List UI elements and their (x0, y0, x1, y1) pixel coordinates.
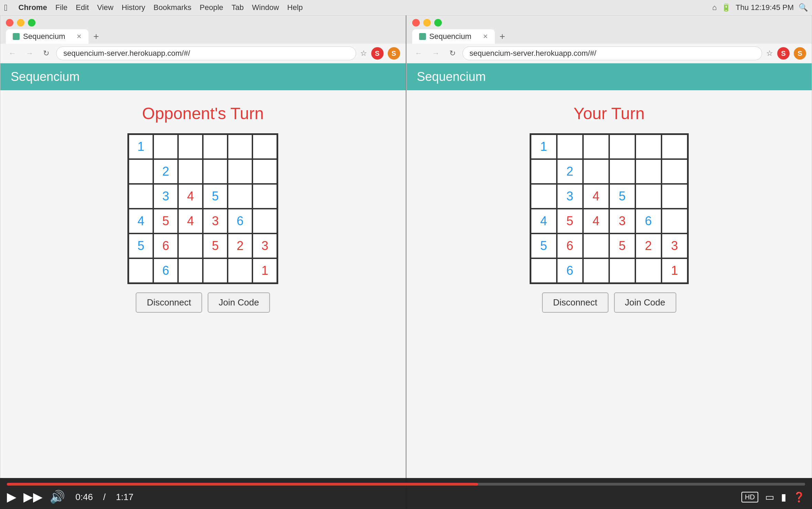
grid-cell[interactable] (531, 184, 557, 209)
right-reload-button[interactable]: ↻ (447, 48, 458, 59)
grid-cell[interactable]: 4 (178, 209, 203, 233)
grid-cell[interactable]: 6 (153, 233, 178, 258)
menu-edit[interactable]: Edit (76, 3, 89, 12)
grid-cell[interactable] (252, 134, 277, 159)
right-forward-button[interactable]: → (429, 48, 443, 59)
right-back-button[interactable]: ← (412, 48, 425, 59)
grid-cell[interactable]: 3 (662, 233, 688, 258)
grid-cell[interactable]: 2 (557, 159, 583, 184)
grid-cell[interactable] (252, 184, 277, 209)
grid-cell[interactable]: 3 (203, 209, 228, 233)
grid-cell[interactable]: 1 (662, 258, 688, 283)
grid-cell[interactable]: 1 (128, 134, 153, 159)
grid-cell[interactable] (252, 209, 277, 233)
grid-cell[interactable]: 5 (531, 233, 557, 258)
left-disconnect-button[interactable]: Disconnect (136, 292, 202, 313)
pip-button[interactable]: ▭ (765, 491, 774, 503)
menu-tab[interactable]: Tab (231, 3, 243, 12)
hd-button[interactable]: HD (741, 492, 758, 502)
left-back-button[interactable]: ← (6, 48, 19, 59)
grid-cell[interactable] (228, 134, 252, 159)
search-icon[interactable]: 🔍 (799, 3, 808, 12)
left-address-bar[interactable]: sequencium-server.herokuapp.com/#/ (56, 46, 356, 60)
right-new-tab-button[interactable]: + (496, 30, 509, 43)
grid-cell[interactable]: 5 (609, 233, 635, 258)
right-tab-sequencium[interactable]: Sequencium ✕ (412, 29, 495, 44)
grid-cell[interactable]: 5 (203, 233, 228, 258)
left-bookmark-icon[interactable]: ☆ (360, 49, 367, 58)
grid-cell[interactable] (128, 184, 153, 209)
grid-cell[interactable] (128, 258, 153, 283)
left-reload-button[interactable]: ↻ (40, 48, 52, 59)
grid-cell[interactable] (609, 159, 635, 184)
grid-cell[interactable]: 3 (252, 233, 277, 258)
grid-cell[interactable]: 4 (178, 184, 203, 209)
grid-cell[interactable] (635, 184, 662, 209)
grid-cell[interactable]: 5 (128, 233, 153, 258)
menu-help[interactable]: Help (287, 3, 303, 12)
right-bookmark-icon[interactable]: ☆ (766, 49, 773, 58)
left-maximize-button[interactable] (28, 19, 35, 27)
grid-cell[interactable] (178, 258, 203, 283)
left-minimize-button[interactable] (17, 19, 24, 27)
left-join-code-button[interactable]: Join Code (208, 292, 270, 313)
fullscreen-button[interactable]: ❓ (793, 491, 805, 503)
grid-cell[interactable] (228, 184, 252, 209)
grid-cell[interactable] (583, 233, 609, 258)
grid-cell[interactable]: 4 (583, 184, 609, 209)
grid-cell[interactable]: 6 (557, 233, 583, 258)
grid-cell[interactable] (583, 258, 609, 283)
menu-people[interactable]: People (200, 3, 223, 12)
right-game-grid[interactable]: 12345454365652361 (530, 133, 689, 284)
grid-cell[interactable] (662, 184, 688, 209)
grid-cell[interactable] (531, 258, 557, 283)
grid-cell[interactable]: 3 (557, 184, 583, 209)
grid-cell[interactable] (583, 134, 609, 159)
right-user-avatar[interactable]: S (777, 47, 790, 60)
grid-cell[interactable] (609, 258, 635, 283)
volume-button[interactable]: 🔊 (50, 490, 65, 504)
left-new-tab-button[interactable]: + (90, 30, 102, 43)
grid-cell[interactable]: 5 (557, 209, 583, 233)
grid-cell[interactable] (252, 159, 277, 184)
grid-cell[interactable] (203, 134, 228, 159)
grid-cell[interactable]: 4 (531, 209, 557, 233)
left-user-avatar-2[interactable]: S (388, 47, 400, 60)
grid-cell[interactable] (178, 159, 203, 184)
grid-cell[interactable]: 3 (153, 184, 178, 209)
grid-cell[interactable] (203, 159, 228, 184)
right-disconnect-button[interactable]: Disconnect (542, 292, 608, 313)
menu-history[interactable]: History (122, 3, 145, 12)
grid-cell[interactable] (228, 159, 252, 184)
right-address-bar[interactable]: sequencium-server.herokuapp.com/#/ (462, 46, 762, 60)
grid-cell[interactable] (557, 134, 583, 159)
grid-cell[interactable]: 5 (203, 184, 228, 209)
grid-cell[interactable] (662, 209, 688, 233)
right-maximize-button[interactable] (434, 19, 442, 27)
menu-chrome[interactable]: Chrome (19, 3, 47, 12)
grid-cell[interactable] (153, 134, 178, 159)
video-progress-bar[interactable] (7, 483, 805, 486)
left-forward-button[interactable]: → (23, 48, 36, 59)
grid-cell[interactable]: 1 (531, 134, 557, 159)
right-tab-close[interactable]: ✕ (483, 33, 488, 40)
play-button[interactable]: ▶ (7, 490, 17, 504)
menu-window[interactable]: Window (252, 3, 279, 12)
grid-cell[interactable]: 4 (128, 209, 153, 233)
right-join-code-button[interactable]: Join Code (614, 292, 676, 313)
grid-cell[interactable] (635, 134, 662, 159)
grid-cell[interactable]: 6 (635, 209, 662, 233)
grid-cell[interactable] (662, 134, 688, 159)
grid-cell[interactable]: 2 (153, 159, 178, 184)
grid-cell[interactable]: 6 (228, 209, 252, 233)
grid-cell[interactable] (178, 134, 203, 159)
left-tab-close[interactable]: ✕ (76, 33, 82, 40)
left-tab-sequencium[interactable]: Sequencium ✕ (6, 29, 89, 44)
grid-cell[interactable]: 1 (252, 258, 277, 283)
grid-cell[interactable] (609, 134, 635, 159)
grid-cell[interactable]: 2 (228, 233, 252, 258)
grid-cell[interactable]: 6 (557, 258, 583, 283)
grid-cell[interactable]: 2 (635, 233, 662, 258)
grid-cell[interactable]: 5 (609, 184, 635, 209)
apple-menu[interactable]:  (4, 2, 8, 13)
